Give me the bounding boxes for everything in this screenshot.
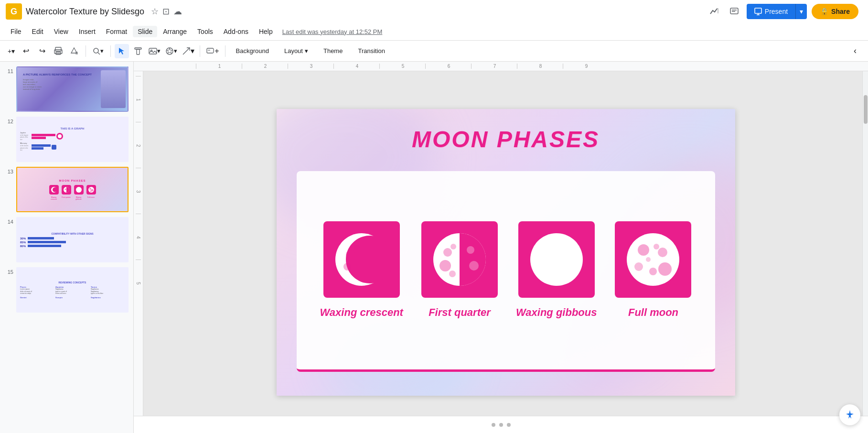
slide-thumb-12[interactable]: THIS IS A GRAPH Jupiteris the largest pl… <box>16 117 129 162</box>
redo-button[interactable]: ↪ <box>35 44 49 58</box>
menu-help[interactable]: Help <box>254 26 278 37</box>
svg-point-47 <box>638 244 649 256</box>
svg-rect-18 <box>207 48 214 53</box>
undo-button[interactable]: ↩ <box>19 44 33 58</box>
menu-slide[interactable]: Slide <box>133 26 157 37</box>
phase-icon-first-quarter <box>421 221 498 298</box>
separator <box>86 45 86 57</box>
slide-thumb-14[interactable]: COMPATIBILITY WITH OTHER SIGNS 30% 85% 8… <box>16 217 129 262</box>
ruler-mark-v: 1 <box>136 76 141 122</box>
phase-item-full-moon: Full moon <box>615 221 691 319</box>
slide-item-13[interactable]: 13 MOON PHASES <box>4 166 129 213</box>
slide-item-12[interactable]: 12 THIS IS A GRAPH Jupiteris the largest… <box>4 116 129 163</box>
right-controls: Present ▾ 🔒 Share <box>707 4 858 19</box>
svg-point-49 <box>634 262 643 271</box>
slide-item-14[interactable]: 14 COMPATIBILITY WITH OTHER SIGNS 30% 85… <box>4 216 129 263</box>
phase-card: Waxing crescent <box>297 171 715 372</box>
menu-tools[interactable]: Tools <box>193 26 218 37</box>
present-control: Present ▾ <box>747 4 807 19</box>
text-tool[interactable] <box>131 44 145 58</box>
title-icons: ☆ ⊡ ☁ <box>151 6 182 17</box>
menu-addons[interactable]: Add-ons <box>219 26 253 37</box>
paint-format-button[interactable] <box>67 44 82 58</box>
svg-rect-14 <box>149 48 157 54</box>
slide-item-15[interactable]: 15 REVIEWING CONCEPTS Pisces Lorem ipsum… <box>4 266 129 314</box>
main-slide[interactable]: MOON PHASES <box>277 109 735 396</box>
lock-icon: 🔒 <box>820 8 828 15</box>
cloud-icon[interactable]: ☁ <box>173 6 182 17</box>
last-edit-label: Last edit was yesterday at 12:52 PM <box>282 28 383 35</box>
phase-label-waxing-crescent: Waxing crescent <box>320 306 403 319</box>
svg-point-39 <box>467 246 474 254</box>
present-dropdown-button[interactable]: ▾ <box>795 4 807 19</box>
menu-view[interactable]: View <box>49 26 73 37</box>
svg-point-31 <box>346 250 355 260</box>
svg-point-23 <box>64 188 66 190</box>
slides-panel: 11 A PICTURE ALWAYS REINFORCES THE CONCE… <box>0 62 134 433</box>
slide-number-15: 15 <box>5 269 13 275</box>
menu-file[interactable]: File <box>6 26 26 37</box>
slide-number-11: 11 <box>5 68 13 74</box>
share-button[interactable]: 🔒 Share <box>812 4 858 19</box>
ruler-mark: 5 <box>379 64 425 69</box>
print-button[interactable] <box>51 44 65 58</box>
phase-label-waxing-gibbous: Waxing gibbous <box>516 306 597 319</box>
svg-point-33 <box>354 245 360 250</box>
shape-tool[interactable]: ▾ <box>164 44 179 58</box>
svg-point-28 <box>90 190 91 192</box>
layout-button[interactable]: Layout ▾ <box>278 45 315 56</box>
slide-thumb-13[interactable]: MOON PHASES <box>16 167 129 212</box>
star-icon[interactable]: ☆ <box>151 6 159 17</box>
line-tool[interactable]: ▾ <box>181 44 196 58</box>
menu-arrange[interactable]: Arrange <box>158 26 192 37</box>
slide-thumb-11[interactable]: A PICTURE ALWAYS REINFORCES THE CONCEPT … <box>16 66 129 112</box>
svg-point-40 <box>469 261 479 271</box>
phase-label-first-quarter: First quarter <box>429 306 491 319</box>
theme-button[interactable]: Theme <box>317 45 349 56</box>
slide-scrollbar[interactable] <box>862 71 868 416</box>
ruler-mark: 8 <box>517 64 563 69</box>
ruler-mark: 1 <box>196 64 242 69</box>
bottom-dot-1 <box>492 423 495 427</box>
ruler-mark-v: 5 <box>136 260 141 305</box>
slide-number-14: 14 <box>5 219 13 225</box>
ruler-mark: 9 <box>563 64 609 69</box>
present-icon-small[interactable]: ⊡ <box>162 6 170 17</box>
main-area: 11 A PICTURE ALWAYS REINFORCES THE CONCE… <box>0 62 868 433</box>
slide-number-13: 13 <box>5 169 13 174</box>
ruler-mark: 7 <box>471 64 517 69</box>
select-tool[interactable] <box>115 44 129 58</box>
smart-compose-button[interactable] <box>839 404 860 425</box>
image-tool[interactable]: ▾ <box>147 44 162 58</box>
svg-point-50 <box>658 262 672 276</box>
comments-button[interactable] <box>727 4 742 19</box>
bottom-bar <box>134 416 868 433</box>
zoom-button[interactable]: ▾ <box>90 44 107 58</box>
svg-point-36 <box>439 260 451 271</box>
phase-icon-waxing-gibbous <box>518 221 595 298</box>
slide-canvas-area: 1 2 3 4 5 MOON PHASES <box>134 71 868 433</box>
ruler-mark-v: 4 <box>136 214 141 260</box>
menu-edit[interactable]: Edit <box>27 26 48 37</box>
svg-point-46 <box>627 233 679 286</box>
menu-format[interactable]: Format <box>101 26 132 37</box>
svg-rect-13 <box>137 49 139 54</box>
background-button[interactable]: Background <box>229 45 276 56</box>
svg-point-32 <box>343 263 351 271</box>
menu-insert[interactable]: Insert <box>74 26 100 37</box>
slide-item-11[interactable]: 11 A PICTURE ALWAYS REINFORCES THE CONCE… <box>4 65 129 113</box>
doc-title[interactable]: Watercolor Texture by Slidesgo <box>26 7 144 17</box>
app-logo: G <box>6 3 22 20</box>
svg-point-48 <box>658 248 667 257</box>
collapse-button[interactable]: ‹ <box>848 44 862 58</box>
present-button[interactable]: Present <box>747 4 795 19</box>
transition-button[interactable]: Transition <box>351 45 392 56</box>
svg-point-52 <box>654 244 659 249</box>
add-slide-button[interactable]: +▾ <box>6 44 17 58</box>
comment-button[interactable]: + <box>204 44 221 58</box>
slide-thumb-15[interactable]: REVIEWING CONCEPTS Pisces Lorem ipsumdol… <box>16 267 129 313</box>
analytics-button[interactable] <box>707 4 722 19</box>
slide-number-12: 12 <box>5 119 13 124</box>
svg-point-45 <box>570 251 577 258</box>
phase-item-waxing-gibbous: Waxing gibbous <box>516 221 597 319</box>
